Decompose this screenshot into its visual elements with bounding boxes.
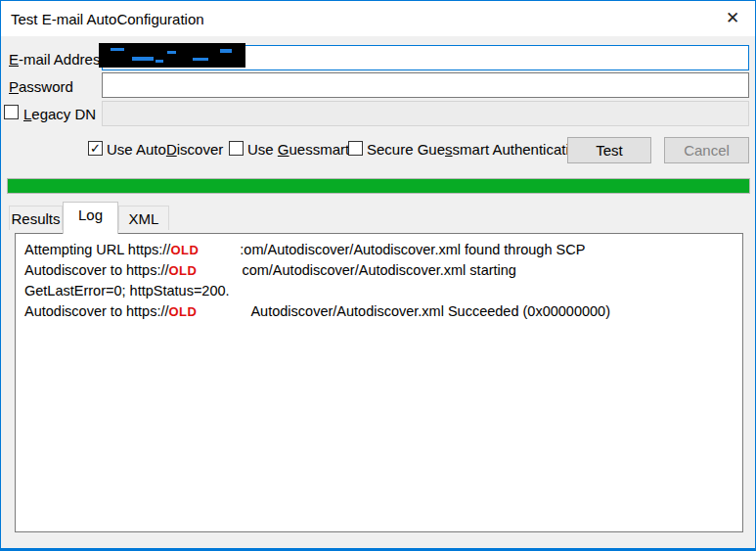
tab-log[interactable]: Log	[63, 202, 118, 234]
secure-guessmart-authentication-checkbox[interactable]	[348, 141, 363, 156]
use-guessmart-checkbox[interactable]	[229, 141, 244, 156]
secure-guessmart-authentication-label: Secure Guessmart Authentication	[367, 141, 585, 158]
log-line: Autodiscover to https://OLDAutodiscover/…	[24, 301, 734, 322]
redaction-stamp: OLD	[169, 263, 198, 278]
use-autodiscover-label: Use AutoDiscover	[107, 141, 223, 158]
log-line: Autodiscover to https://OLDcom/Autodisco…	[24, 260, 734, 281]
log-line: GetLastError=0; httpStatus=200.	[24, 281, 734, 301]
redaction-stamp: OLD	[170, 243, 199, 257]
password-input[interactable]	[102, 72, 749, 98]
redaction-box	[99, 43, 245, 68]
progress-bar-fill	[8, 179, 749, 193]
title-bar: Test E-mail AutoConfiguration	[1, 1, 755, 36]
progress-bar	[7, 178, 750, 194]
close-icon[interactable]: ✕	[710, 1, 755, 34]
legacy-dn-input	[102, 101, 749, 126]
cancel-button: Cancel	[664, 137, 749, 163]
use-guessmart-label: Use Guessmart	[247, 141, 349, 158]
tab-results[interactable]: Results	[9, 206, 63, 230]
window-title: Test E-mail AutoConfiguration	[1, 11, 204, 27]
log-line: Attempting URL https://OLD:om/Autodiscov…	[24, 240, 734, 260]
test-button[interactable]: Test	[567, 137, 651, 163]
test-email-autoconfiguration-dialog: Test E-mail AutoConfiguration ✕ E-mail A…	[0, 0, 756, 551]
tab-xml[interactable]: XML	[118, 206, 169, 230]
log-output[interactable]: Attempting URL https://OLD:om/Autodiscov…	[15, 233, 743, 532]
email-address-label: E-mail Address	[9, 51, 108, 68]
redaction-stamp: OLD	[169, 304, 198, 319]
password-label: Password	[9, 78, 73, 95]
use-autodiscover-checkbox[interactable]: ✓	[88, 141, 103, 156]
legacy-dn-checkbox[interactable]	[4, 105, 19, 119]
legacy-dn-label: Legacy DN	[23, 106, 96, 122]
